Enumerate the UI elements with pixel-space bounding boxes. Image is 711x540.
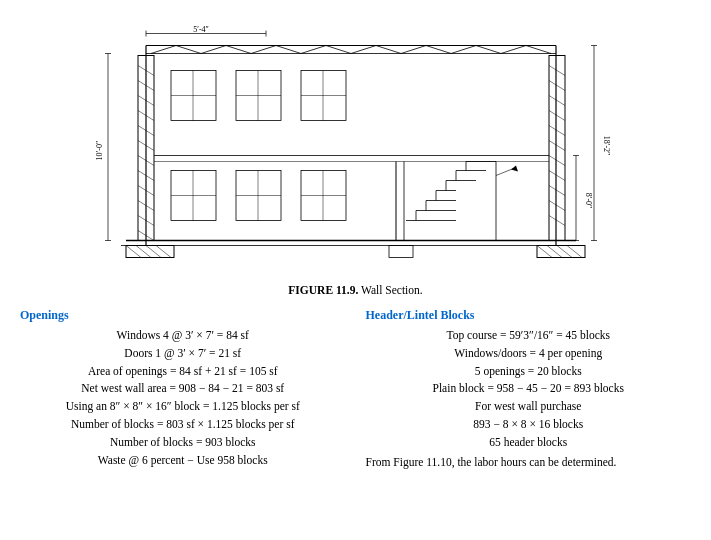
figure-area: 5′-4″ 10′-0″ 18′-2″ 8′-0″ FIGURE 11.9. W… bbox=[20, 8, 691, 298]
left-column: Openings Windows 4 @ 3′ × 7′ = 84 sf Doo… bbox=[20, 308, 346, 532]
openings-line-6: Number of blocks = 803 sf × 1.125 blocks… bbox=[20, 416, 346, 434]
openings-line-3: Area of openings = 84 sf + 21 sf = 105 s… bbox=[20, 363, 346, 381]
openings-line-8: Waste @ 6 percent − Use 958 blocks bbox=[20, 452, 346, 470]
openings-line-1: Windows 4 @ 3′ × 7′ = 84 sf bbox=[20, 327, 346, 345]
svg-text:5′-4″: 5′-4″ bbox=[193, 24, 209, 33]
wall-section-drawing: 5′-4″ 10′-0″ 18′-2″ 8′-0″ bbox=[66, 23, 646, 288]
header-line-6: 893 − 8 × 8 × 16 blocks bbox=[366, 416, 692, 434]
figure-caption: FIGURE 11.9. Wall Section. bbox=[288, 284, 422, 296]
svg-text:8′-0″: 8′-0″ bbox=[584, 192, 593, 208]
header-line-4: Plain block = 958 − 45 − 20 = 893 blocks bbox=[366, 380, 692, 398]
right-column: Header/Lintel Blocks Top course = 59′3″/… bbox=[366, 308, 692, 532]
figure-caption-bold: FIGURE 11.9. bbox=[288, 284, 358, 296]
header-line-2: Windows/doors = 4 per opening bbox=[366, 345, 692, 363]
header-line-1: Top course = 59′3″/16″ = 45 blocks bbox=[366, 327, 692, 345]
page-container: 5′-4″ 10′-0″ 18′-2″ 8′-0″ FIGURE 11.9. W… bbox=[0, 0, 711, 540]
header-line-7: 65 header blocks bbox=[366, 434, 692, 452]
header-lintel-header: Header/Lintel Blocks bbox=[366, 308, 692, 323]
svg-text:10′-0″: 10′-0″ bbox=[95, 140, 104, 160]
openings-header: Openings bbox=[20, 308, 346, 323]
openings-line-7: Number of blocks = 903 blocks bbox=[20, 434, 346, 452]
header-last-line: From Figure 11.10, the labor hours can b… bbox=[366, 454, 692, 472]
openings-line-2: Doors 1 @ 3′ × 7′ = 21 sf bbox=[20, 345, 346, 363]
svg-text:18′-2″: 18′-2″ bbox=[602, 135, 611, 155]
content-area: Openings Windows 4 @ 3′ × 7′ = 84 sf Doo… bbox=[20, 308, 691, 532]
openings-line-5: Using an 8″ × 8″ × 16″ block = 1.125 blo… bbox=[20, 398, 346, 416]
header-line-5: For west wall purchase bbox=[366, 398, 692, 416]
figure-caption-text: Wall Section. bbox=[358, 284, 422, 296]
header-line-3: 5 openings = 20 blocks bbox=[366, 363, 692, 381]
openings-line-4: Net west wall area = 908 − 84 − 21 = 803… bbox=[20, 380, 346, 398]
